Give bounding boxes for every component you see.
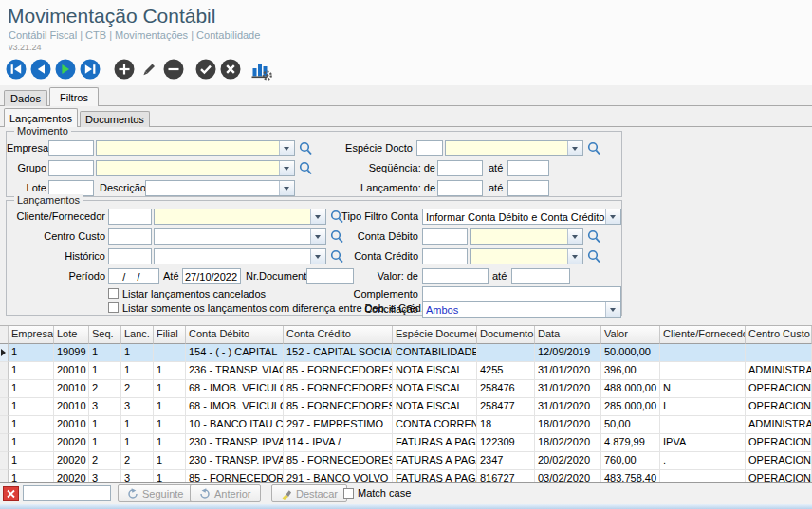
grid-cell: 1 — [9, 398, 54, 416]
grid-column-header[interactable]: Data — [535, 326, 601, 344]
tab-filtros[interactable]: Filtros — [49, 87, 99, 106]
grid-column-header[interactable]: Documento — [477, 326, 535, 344]
chevron-down-icon[interactable] — [279, 141, 294, 155]
nav-next-button[interactable] — [54, 58, 77, 81]
empresa-code-input[interactable] — [48, 140, 94, 156]
chevron-down-icon[interactable] — [567, 249, 582, 264]
valor-ate-input[interactable] — [511, 268, 570, 284]
grid-row[interactable]: 11909911154 - ( - ) CAPITAL152 - CAPITAL… — [0, 344, 812, 362]
confirm-button[interactable] — [194, 58, 217, 81]
historico-combo[interactable] — [154, 248, 326, 264]
lancamento-ate-input[interactable] — [508, 180, 549, 196]
empresa-combo[interactable] — [96, 140, 295, 156]
close-search-button[interactable] — [3, 486, 19, 501]
grid-cell: 3 — [121, 398, 154, 416]
match-case-checkbox[interactable] — [343, 488, 354, 499]
empresa-search-icon[interactable] — [299, 141, 312, 155]
grid-column-header[interactable]: Seq. — [89, 326, 121, 344]
conciliacao-combo[interactable]: Ambos — [422, 301, 621, 318]
conta-debito-code-input[interactable] — [422, 228, 468, 245]
grid-row[interactable]: 120020221230 - TRANSP. IPVA /85 - FORNEC… — [0, 452, 812, 470]
tab-filtros-label: Filtros — [60, 92, 88, 103]
periodo-ate-input[interactable] — [182, 268, 241, 284]
especie-search-icon[interactable] — [587, 141, 600, 155]
cliente-combo[interactable] — [154, 209, 326, 225]
minus-icon — [162, 58, 185, 81]
tipo-filtro-conta-combo[interactable]: Informar Conta Débito e Conta Crédito — [422, 209, 621, 225]
descricao-combo[interactable] — [145, 180, 295, 196]
chevron-down-icon[interactable] — [605, 209, 620, 224]
chart-settings-button[interactable] — [249, 58, 272, 81]
conta-credito-combo[interactable] — [470, 248, 583, 264]
centro-custo-combo[interactable] — [154, 228, 326, 245]
grupo-search-icon[interactable] — [299, 161, 312, 175]
chevron-down-icon[interactable] — [567, 229, 582, 244]
listar-diferenca-checkbox[interactable] — [108, 302, 119, 313]
grid-row[interactable]: 120010111236 - TRANSP. VIAGENS85 - FORNE… — [0, 362, 812, 380]
cliente-code-input[interactable] — [108, 209, 152, 225]
grid-column-header[interactable]: Lanc. — [121, 326, 154, 344]
lancamento-de-input[interactable] — [437, 180, 483, 196]
seguinte-label: Seguinte — [142, 488, 183, 500]
destacar-button[interactable]: Destacar — [271, 484, 347, 502]
complemento-input[interactable] — [422, 286, 621, 302]
grupo-label: Grupo — [7, 162, 46, 174]
grid-cell: 10 - BANCO ITAU C/C — [186, 416, 284, 434]
grid-row[interactable]: 12001011110 - BANCO ITAU C/C297 - EMPRES… — [0, 416, 812, 434]
nav-previous-button[interactable] — [29, 58, 52, 81]
tab-dados-label: Dados — [10, 93, 41, 104]
chevron-down-icon[interactable] — [567, 141, 582, 155]
grid-column-header[interactable]: Valor — [601, 326, 660, 344]
add-record-button[interactable] — [113, 58, 136, 81]
grid-cell: 114 - IPVA / — [284, 434, 393, 452]
grid-cell: 236 - TRANSP. VIAGENS — [186, 362, 284, 380]
historico-code-input[interactable] — [108, 248, 152, 264]
chevron-down-icon[interactable] — [279, 181, 294, 195]
conta-credito-search-icon[interactable] — [587, 249, 600, 264]
grid-header-row: EmpresaLoteSeq.Lanc.FilialConta DébitoCo… — [0, 326, 812, 344]
pencil-icon — [138, 58, 160, 81]
delete-record-button[interactable] — [162, 58, 185, 81]
search-input[interactable] — [23, 485, 111, 501]
chevron-down-icon[interactable] — [605, 302, 620, 317]
sequencia-de-input[interactable] — [437, 160, 483, 176]
nav-last-button[interactable] — [79, 58, 102, 81]
grid-row[interactable]: 120020111230 - TRANSP. IPVA /114 - IPVA … — [0, 434, 812, 452]
nav-first-button[interactable] — [5, 58, 28, 81]
grid-column-header[interactable]: Conta Crédito — [284, 326, 393, 344]
grupo-combo[interactable] — [96, 160, 295, 176]
centro-custo-code-input[interactable] — [108, 228, 152, 245]
grupo-code-input[interactable] — [48, 160, 94, 176]
seguinte-button[interactable]: Seguinte — [118, 484, 193, 502]
anterior-button[interactable]: Anterior — [190, 484, 261, 502]
valor-de-input[interactable] — [422, 268, 489, 284]
conta-credito-code-input[interactable] — [422, 248, 468, 264]
grid-column-header[interactable]: Filial — [154, 326, 186, 344]
grid-column-header[interactable]: Cliente/Fornecedor — [660, 326, 746, 344]
grid-row[interactable]: 12002033185 - FORNECEDORES291 - BANCO VO… — [0, 470, 812, 483]
grid-cell: 2 — [89, 452, 121, 470]
conta-debito-search-icon[interactable] — [587, 229, 600, 244]
grid-cell: 396,00 — [601, 362, 660, 380]
grid-row[interactable]: 12001022168 - IMOB. VEICULOS85 - FORNECE… — [0, 380, 812, 398]
sequencia-ate-input[interactable] — [508, 160, 549, 176]
listar-cancelados-checkbox[interactable] — [108, 288, 119, 299]
especie-combo[interactable] — [445, 140, 583, 156]
tab-lancamentos[interactable]: Lançamentos — [4, 108, 78, 127]
periodo-de-input[interactable] — [108, 268, 159, 284]
grid-column-header[interactable]: Centro Custo — [746, 326, 812, 344]
especie-code-input[interactable] — [416, 140, 443, 156]
cancel-button[interactable] — [219, 58, 242, 81]
grid-cell: 1 — [9, 452, 54, 470]
tab-dados[interactable]: Dados — [4, 90, 47, 106]
grid-row[interactable]: 12001033168 - IMOB. VEICULOS85 - FORNECE… — [0, 398, 812, 416]
conta-debito-combo[interactable] — [470, 228, 583, 245]
grid-column-header[interactable]: Espécie Documento — [393, 326, 477, 344]
edit-record-button[interactable] — [138, 58, 160, 81]
tab-documentos[interactable]: Documentos — [80, 111, 150, 127]
grid-cell: 1 — [89, 434, 121, 452]
chevron-down-icon[interactable] — [279, 161, 294, 175]
grid-column-header[interactable]: Conta Débito — [186, 326, 284, 344]
grid-column-header[interactable]: Empresa — [9, 326, 54, 344]
grid-column-header[interactable]: Lote — [54, 326, 89, 344]
